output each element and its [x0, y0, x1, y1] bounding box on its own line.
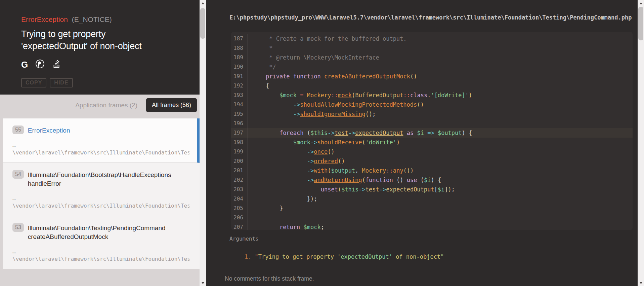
line-number: 199 — [231, 147, 248, 156]
code-line: 202 ->andReturnUsing(function () use ($i… — [231, 175, 633, 185]
frame-file-path: …\vendor\laravel\framework\src\Illuminat… — [12, 248, 189, 263]
code-line: 190 */ — [231, 62, 633, 72]
stack-frame[interactable]: 54Illuminate\Foundation\Bootstrap\Handle… — [3, 163, 200, 216]
page-scrollbar[interactable] — [638, 0, 644, 286]
scrollbar-thumb[interactable] — [638, 7, 643, 40]
line-number: 205 — [231, 204, 248, 213]
argument-value: "Trying to get property 'expectedOutput'… — [255, 253, 444, 260]
exception-message: Trying to get property 'expectedOutput' … — [21, 28, 174, 52]
scrollbar-thumb[interactable] — [200, 8, 205, 39]
scroll-down-icon[interactable] — [638, 280, 644, 286]
code-line: 205 } — [231, 204, 633, 213]
line-number: 203 — [231, 185, 248, 194]
frame-head: 53Illuminate\Foundation\Testing\PendingC… — [12, 223, 189, 241]
line-number: 207 — [231, 222, 248, 230]
line-number: 195 — [231, 109, 248, 119]
code-line: 187 * Create a mock for the buffered out… — [231, 34, 633, 43]
frame-titles: ErrorException — [28, 126, 70, 135]
frame-head: 55ErrorException — [12, 126, 189, 135]
exception-severity: (E_NOTICE) — [72, 15, 112, 23]
code-viewer-panel: E:\phpstudy\phpstudy_pro\WWW\Laravel5.7\… — [206, 0, 638, 286]
path-text: \vendor\laravel\framework\src\Illuminate… — [12, 203, 189, 209]
code-line: 199 ->once() — [231, 147, 633, 156]
line-number: 197 — [231, 128, 248, 138]
line-content: $mock->shouldReceive('doWrite') — [248, 138, 400, 147]
exception-header: ErrorException (E_NOTICE) Trying to get … — [0, 0, 200, 95]
frame-file-path: …\vendor\laravel\framework\src\Illuminat… — [12, 142, 189, 156]
frames-list: 55ErrorException…\vendor\laravel\framewo… — [0, 116, 200, 269]
line-content: return $mock; — [248, 222, 324, 230]
code-line: 193 $mock = Mockery::mock(BufferedOutput… — [231, 91, 633, 100]
code-line: 198 $mock->shouldReceive('doWrite') — [231, 138, 633, 147]
line-number: 202 — [231, 175, 248, 185]
arguments-list: 1."Trying to get property 'expectedOutpu… — [229, 253, 444, 260]
line-content — [248, 119, 252, 128]
copy-button[interactable]: COPY — [21, 78, 46, 87]
line-content: ->with($output, Mockery::any()) — [248, 166, 414, 175]
frame-class-name: Illuminate\Foundation\Bootstrap\HandleEx… — [28, 171, 171, 179]
duckduckgo-search-icon[interactable] — [35, 59, 45, 70]
line-number: 187 — [231, 34, 248, 43]
code-line: 191 private function createABufferedOutp… — [231, 72, 633, 81]
search-links-row: G — [21, 59, 189, 70]
frame-class-name: ErrorException — [28, 126, 70, 135]
hide-button[interactable]: HIDE — [50, 78, 73, 87]
scroll-up-icon[interactable] — [200, 0, 206, 6]
line-content: ->shouldAllowMockingProtectedMethods() — [248, 100, 424, 109]
frame-head: 54Illuminate\Foundation\Bootstrap\Handle… — [12, 170, 189, 188]
line-number: 188 — [231, 43, 248, 53]
line-content: * — [248, 43, 272, 53]
frame-class-name: Illuminate\Foundation\Testing\PendingCom… — [28, 224, 166, 233]
frame-method-name: createABufferedOutputMock — [28, 233, 166, 241]
code-line: 206 — [231, 213, 633, 222]
line-number: 192 — [231, 81, 248, 91]
line-number: 194 — [231, 100, 248, 109]
line-number: 206 — [231, 213, 248, 222]
code-line: 188 * — [231, 43, 633, 53]
code-line: 203 unset($this->test->expectedOutput[$i… — [231, 185, 633, 194]
line-content: foreach ($this->test->expectedOutput as … — [248, 128, 472, 138]
line-number: 190 — [231, 62, 248, 72]
line-content: } — [248, 204, 283, 213]
stack-frame[interactable]: 53Illuminate\Foundation\Testing\PendingC… — [3, 216, 200, 269]
frames-filter-tabs: Application frames (2) All frames (56) — [0, 95, 200, 116]
argument-index: 1. — [245, 253, 251, 260]
line-number: 200 — [231, 156, 248, 166]
line-content: * @return \Mockery\MockInterface — [248, 53, 379, 62]
tab-application-frames[interactable]: Application frames (2) — [75, 102, 137, 109]
line-number: 193 — [231, 91, 248, 100]
tab-all-frames[interactable]: All frames (56) — [146, 98, 197, 112]
stack-frame[interactable]: 55ErrorException…\vendor\laravel\framewo… — [3, 118, 200, 163]
code-line: 204 }); — [231, 194, 633, 204]
path-ellipsis: … — [12, 195, 16, 202]
scroll-down-icon[interactable] — [200, 280, 206, 286]
frame-index-badge: 55 — [12, 126, 24, 134]
stackoverflow-search-icon[interactable] — [52, 60, 61, 70]
frames-scrollbar[interactable] — [200, 0, 206, 286]
line-number: 189 — [231, 53, 248, 62]
frame-file-path: …\vendor\laravel\framework\src\Illuminat… — [12, 195, 189, 210]
scroll-up-icon[interactable] — [638, 0, 644, 6]
code-line: 196 — [231, 119, 633, 128]
source-file-path: E:\phpstudy\phpstudy_pro\WWW\Laravel5.7\… — [229, 14, 638, 21]
exception-sidebar: ErrorException (E_NOTICE) Trying to get … — [0, 0, 200, 286]
exception-title: ErrorException (E_NOTICE) — [21, 15, 189, 24]
google-search-icon[interactable]: G — [21, 60, 28, 69]
path-text: \vendor\laravel\framework\src\Illuminate… — [12, 149, 189, 156]
frame-index-badge: 53 — [12, 223, 24, 232]
frame-titles: Illuminate\Foundation\Bootstrap\HandleEx… — [28, 170, 171, 188]
code-line: 195 ->shouldIgnoreMissing(); — [231, 109, 633, 119]
line-content: ->shouldIgnoreMissing(); — [248, 109, 376, 119]
frame-comments-text: No comments for this stack frame. — [225, 275, 314, 282]
code-line: 200 ->ordered() — [231, 156, 633, 166]
line-content: { — [248, 81, 269, 91]
line-content: ->ordered() — [248, 156, 345, 166]
line-number: 196 — [231, 119, 248, 128]
line-content: ->once() — [248, 147, 335, 156]
line-number: 191 — [231, 72, 248, 81]
line-content: * Create a mock for the buffered output. — [248, 34, 407, 43]
code-line: 201 ->with($output, Mockery::any()) — [231, 166, 633, 175]
code-snippet: 187 * Create a mock for the buffered out… — [231, 32, 633, 230]
line-content: */ — [248, 62, 276, 72]
frame-method-name: handleError — [28, 179, 171, 188]
